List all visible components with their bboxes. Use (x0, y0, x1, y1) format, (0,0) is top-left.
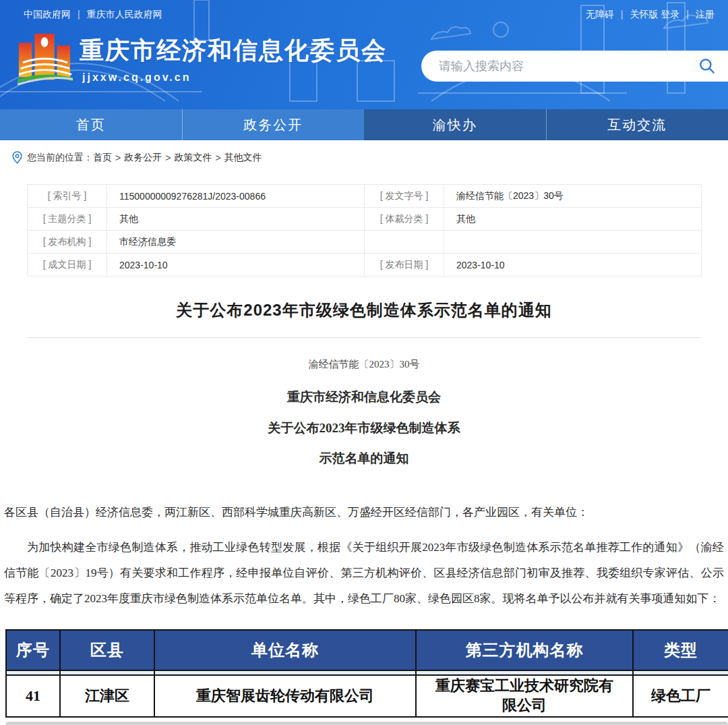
site-domain: jjxxw.cq.gov.cn (82, 71, 387, 84)
meta-value-doc-no: 渝经信节能〔2023〕30号 (444, 185, 702, 208)
spacer-cell (633, 670, 728, 675)
breadcrumb-separator: > (165, 152, 171, 163)
meta-value-genre-class: 其他 (444, 208, 702, 231)
topbar-divider: | (686, 9, 689, 20)
spacer-cell (60, 670, 154, 675)
site-logo-icon (18, 32, 73, 86)
link-china-gov[interactable]: 中国政府网 (24, 9, 71, 20)
meta-value-publish-date: 2023-10-10 (444, 254, 702, 277)
site-title: 重庆市经济和信息化委员会 (80, 34, 387, 67)
spacer-cell (154, 670, 416, 675)
breadcrumb-separator: > (215, 152, 220, 163)
header-type: 类型 (633, 630, 728, 670)
cell-district: 江津区 (60, 675, 154, 717)
document-meta-table: [ 索引号 ] 11500000009276281J/2023-00866 [ … (27, 184, 702, 277)
paragraph-body: 为加快构建全市绿色制造体系，推动工业绿色转型发展，根据《关于组织开展2023年市… (4, 535, 724, 612)
meta-label-publish-date: [ 发布日期 ] (365, 254, 444, 277)
notice-title-line-2: 示范名单的通知 (0, 450, 728, 467)
next-row-edge (5, 722, 728, 725)
green-factory-list-table: 序号 区县 单位名称 第三方机构名称 类型 41 江津区 重庆智展齿轮传动有限公… (5, 629, 728, 718)
cell-type: 绿色工厂 (633, 675, 728, 717)
link-chongqing-gov[interactable]: 重庆市人民政府网 (87, 9, 162, 20)
link-accessibility[interactable]: 无障碍 (586, 9, 614, 20)
link-care-mode-login[interactable]: 关怀版 登录 (630, 9, 679, 20)
list-table-spacer-row (6, 670, 728, 675)
issuing-agency-line: 重庆市经济和信息化委员会 (0, 388, 728, 406)
breadcrumb-separator: > (115, 152, 121, 163)
site-banner: 中国政府网|重庆市人民政府网 无障碍|关怀版 登录|注册 (0, 0, 728, 109)
nav-item-yukuaiban[interactable]: 渝快办 (364, 109, 546, 140)
breadcrumb-policy-files[interactable]: 政策文件 (174, 152, 212, 164)
topbar-left-links: 中国政府网|重庆市人民政府网 (24, 9, 162, 21)
search-icon[interactable] (698, 57, 716, 75)
header-serial-no: 序号 (6, 630, 60, 670)
meta-value-index-no: 11500000009276281J/2023-00866 (107, 185, 365, 208)
topbar-divider: | (78, 9, 80, 20)
page-title: 关于公布2023年市级绿色制造体系示范名单的通知 (0, 299, 728, 321)
list-table-header-row: 序号 区县 单位名称 第三方机构名称 类型 (6, 630, 728, 670)
table-row: 41 江津区 重庆智展齿轮传动有限公司 重庆赛宝工业技术研究院有限公司 绿色工厂 (6, 675, 728, 717)
cell-unit-name: 重庆智展齿轮传动有限公司 (154, 675, 416, 717)
meta-label-genre-class: [ 体裁分类 ] (365, 208, 444, 231)
meta-label-index-no: [ 索引号 ] (28, 185, 107, 208)
meta-value-publisher: 市经济信息委 (107, 231, 365, 254)
document-number: 渝经信节能〔2023〕30号 (0, 358, 728, 371)
meta-value-empty (444, 231, 702, 254)
nav-item-home[interactable]: 首页 (0, 109, 182, 140)
meta-label-publisher: [ 发布机构 ] (28, 231, 107, 254)
topbar-divider: | (621, 9, 624, 20)
header-district: 区县 (60, 630, 154, 670)
spacer-cell (6, 670, 60, 675)
breadcrumb-gov-affairs[interactable]: 政务公开 (124, 152, 162, 164)
title-divider (27, 337, 701, 338)
nav-item-gov-affairs[interactable]: 政务公开 (182, 109, 365, 140)
cell-third-party-org: 重庆赛宝工业技术研究院有限公司 (416, 675, 633, 717)
search-input[interactable] (439, 59, 698, 74)
breadcrumb: 您当前的位置： 首页 > 政务公开 > 政策文件 > 其他文件 (12, 151, 728, 164)
breadcrumb-prefix: 您当前的位置： (27, 152, 93, 164)
search-box (421, 51, 728, 82)
nav-item-interaction[interactable]: 互动交流 (546, 109, 728, 140)
cell-serial-no: 41 (6, 675, 60, 717)
top-utility-bar: 中国政府网|重庆市人民政府网 无障碍|关怀版 登录|注册 (0, 0, 728, 21)
meta-value-topic-class: 其他 (107, 208, 365, 231)
location-pin-icon (12, 151, 22, 164)
header-unit-name: 单位名称 (154, 630, 416, 670)
meta-row: [ 索引号 ] 11500000009276281J/2023-00866 [ … (28, 185, 702, 208)
brand-text: 重庆市经济和信息化委员会 jjxxw.cq.gov.cn (80, 34, 387, 84)
meta-label-doc-no: [ 发文字号 ] (365, 185, 444, 208)
meta-row: [ 发布机构 ] 市经济信息委 (28, 231, 702, 254)
meta-label-topic-class: [ 主题分类 ] (28, 208, 107, 231)
meta-row: [ 成文日期 ] 2023-10-10 [ 发布日期 ] 2023-10-10 (28, 254, 702, 277)
meta-row: [ 主题分类 ] 其他 [ 体裁分类 ] 其他 (28, 208, 702, 231)
meta-label-empty (365, 231, 444, 254)
paragraph-addressees: 各区县（自治县）经济信息委，两江新区、西部科学城重庆高新区、万盛经开区经信部门，… (4, 502, 724, 523)
meta-value-written-date: 2023-10-10 (107, 254, 365, 277)
topbar-right-links: 无障碍|关怀版 登录|注册 (586, 9, 715, 21)
breadcrumb-home[interactable]: 首页 (93, 152, 112, 164)
breadcrumb-other-files[interactable]: 其他文件 (224, 152, 262, 164)
spacer-cell (416, 670, 633, 675)
meta-label-written-date: [ 成文日期 ] (28, 254, 107, 277)
header-third-party-org: 第三方机构名称 (416, 630, 633, 670)
notice-title-line-1: 关于公布2023年市级绿色制造体系 (0, 419, 728, 437)
main-nav: 首页 政务公开 渝快办 互动交流 (0, 109, 728, 140)
link-register[interactable]: 注册 (696, 9, 715, 20)
